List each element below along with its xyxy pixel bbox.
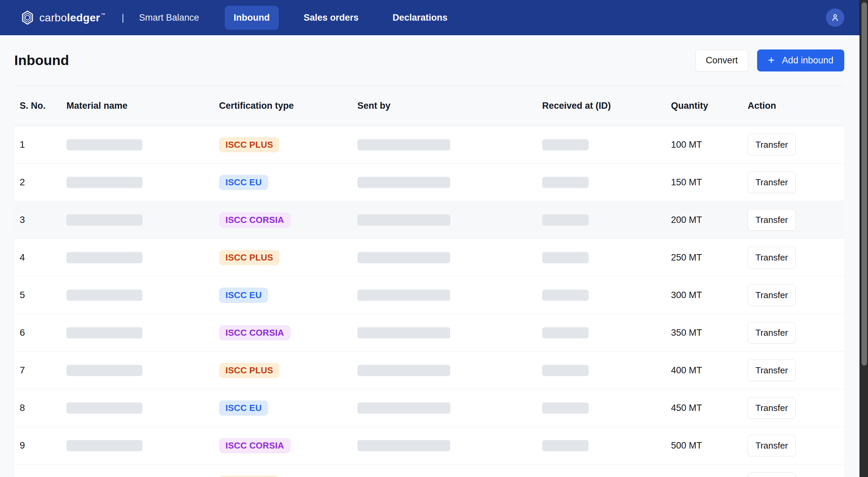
page-title: Inbound	[14, 53, 69, 68]
sent-by-skeleton	[357, 139, 450, 150]
table-row: 3ISCC CORSIA200 MTTransfer	[14, 201, 844, 239]
scrollbar-thumb[interactable]	[862, 2, 867, 366]
table-body: 1ISCC PLUS100 MTTransfer2ISCC EU150 MTTr…	[14, 126, 844, 477]
material-name-skeleton	[66, 214, 142, 226]
table-row: 2ISCC EU150 MTTransfer	[14, 164, 844, 201]
serial-number: 7	[20, 365, 25, 376]
material-name-skeleton	[66, 365, 142, 376]
nav-tab-declarations[interactable]: Declarations	[384, 6, 456, 30]
quantity-cell: 500 MT	[671, 440, 748, 451]
transfer-button[interactable]: Transfer	[748, 171, 796, 193]
received-at-cell	[542, 139, 671, 150]
transfer-button[interactable]: Transfer	[748, 209, 796, 231]
serial-number-cell: 5	[14, 290, 66, 300]
action-cell: Transfer	[748, 284, 844, 306]
action-cell: Transfer	[748, 472, 844, 477]
certification-type-cell: ISCC PLUS	[219, 250, 357, 265]
certification-badge: ISCC EU	[219, 175, 268, 190]
column-header: Received at (ID)	[542, 101, 671, 111]
received-at-skeleton	[542, 214, 589, 226]
nav-tab-inbound[interactable]: Inbound	[225, 6, 278, 30]
inbound-table: S. No.Material nameCertification typeSen…	[14, 86, 844, 477]
certification-badge: ISCC PLUS	[219, 137, 279, 152]
serial-number: 2	[20, 177, 25, 188]
material-name-skeleton	[66, 290, 142, 301]
transfer-button[interactable]: Transfer	[748, 247, 796, 268]
material-name-cell	[66, 440, 219, 451]
action-cell: Transfer	[748, 322, 844, 344]
nav-separator: |	[122, 12, 124, 23]
sent-by-cell	[357, 327, 542, 338]
quantity-value: 250 MT	[671, 252, 702, 263]
material-name-skeleton	[66, 440, 142, 451]
transfer-button[interactable]: Transfer	[748, 134, 796, 155]
user-avatar-button[interactable]	[826, 8, 844, 27]
certification-type-cell: ISCC PLUS	[219, 363, 357, 378]
received-at-cell	[542, 327, 671, 338]
serial-number-cell: 3	[14, 214, 66, 225]
quantity-cell: 400 MT	[671, 365, 748, 376]
table-row: 6ISCC CORSIA350 MTTransfer	[14, 314, 844, 352]
material-name-skeleton	[66, 402, 142, 414]
quantity-cell: 450 MT	[671, 403, 748, 413]
transfer-button[interactable]: Transfer	[748, 435, 796, 456]
transfer-button[interactable]: Transfer	[748, 284, 796, 306]
serial-number: 4	[20, 252, 25, 263]
quantity-cell: 250 MT	[671, 252, 748, 263]
app-viewport: carboledger™ | Smart Balance InboundSale…	[0, 0, 868, 477]
quantity-value: 450 MT	[671, 403, 702, 413]
quantity-cell: 200 MT	[671, 215, 748, 225]
sent-by-skeleton	[357, 402, 450, 414]
quantity-value: 400 MT	[671, 365, 702, 376]
convert-button[interactable]: Convert	[695, 49, 749, 71]
nav-tab-sales-orders[interactable]: Sales orders	[295, 6, 368, 30]
received-at-skeleton	[542, 290, 589, 301]
received-at-skeleton	[542, 402, 589, 414]
quantity-cell: 150 MT	[671, 177, 748, 188]
certification-type-cell: ISCC PLUS	[219, 137, 357, 152]
received-at-skeleton	[542, 177, 589, 188]
sent-by-skeleton	[357, 290, 450, 301]
quantity-value: 350 MT	[671, 328, 702, 338]
top-navbar: carboledger™ | Smart Balance InboundSale…	[0, 0, 860, 35]
received-at-cell	[542, 440, 671, 451]
column-header: Quantity	[671, 101, 748, 111]
received-at-skeleton	[542, 252, 589, 263]
received-at-skeleton	[542, 327, 589, 338]
action-cell: Transfer	[748, 435, 844, 456]
material-name-cell	[66, 252, 219, 263]
received-at-cell	[542, 214, 671, 226]
serial-number: 1	[20, 139, 25, 150]
serial-number: 6	[20, 327, 25, 338]
certification-badge: ISCC CORSIA	[219, 438, 291, 453]
add-inbound-button[interactable]: + Add inbound	[757, 49, 844, 71]
sent-by-cell	[357, 365, 542, 376]
serial-number-cell: 8	[14, 402, 66, 413]
received-at-cell	[542, 252, 671, 263]
sent-by-skeleton	[357, 440, 450, 451]
certification-type-cell: ISCC CORSIA	[219, 438, 357, 453]
sent-by-cell	[357, 252, 542, 263]
table-header-row: S. No.Material nameCertification typeSen…	[14, 86, 844, 126]
sent-by-skeleton	[357, 365, 450, 376]
quantity-cell: 300 MT	[671, 290, 748, 300]
certification-type-cell: ISCC PLUS	[219, 476, 357, 477]
material-name-cell	[66, 177, 219, 188]
quantity-cell: 350 MT	[671, 328, 748, 338]
action-cell: Transfer	[748, 397, 844, 419]
table-row: 10ISCC PLUSTransfer	[14, 464, 844, 477]
brand-logo[interactable]: carboledger™	[20, 11, 105, 25]
table-row: 9ISCC CORSIA500 MTTransfer	[14, 427, 844, 464]
certification-badge: ISCC PLUS	[219, 476, 279, 477]
sent-by-cell	[357, 214, 542, 226]
certification-badge: ISCC CORSIA	[219, 212, 291, 228]
transfer-button[interactable]: Transfer	[748, 472, 796, 477]
certification-badge: ISCC EU	[219, 288, 268, 303]
transfer-button[interactable]: Transfer	[748, 397, 796, 419]
transfer-button[interactable]: Transfer	[748, 359, 796, 381]
transfer-button[interactable]: Transfer	[748, 322, 796, 344]
quantity-value: 500 MT	[671, 440, 702, 451]
vertical-scrollbar[interactable]	[860, 0, 868, 477]
material-name-cell	[66, 139, 219, 150]
received-at-skeleton	[542, 365, 589, 376]
